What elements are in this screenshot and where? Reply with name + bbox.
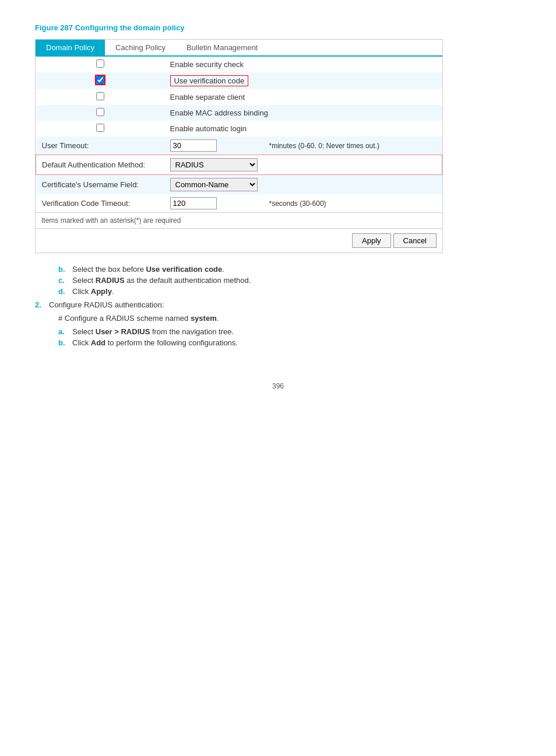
verification-timeout-input[interactable] [170, 197, 217, 209]
instruction-b1: b. Select the box before Use verificatio… [58, 265, 443, 274]
auth-method-row: Default Authentication Method: RADIUS Lo… [36, 155, 442, 175]
enable-separate-client-label: Enable separate client [164, 89, 442, 105]
enable-mac-binding-label: Enable MAC address binding [164, 105, 442, 121]
footer-note: Items marked with an asterisk(*) are req… [36, 212, 442, 228]
use-verification-code-label: Use verification code [164, 72, 442, 89]
user-timeout-row: User Timeout: *minutes (0-60. 0: Never t… [36, 136, 442, 155]
verification-timeout-row: Verification Code Timeout: *seconds (30-… [36, 194, 442, 212]
auth-method-value: RADIUS Local LDAP [164, 155, 263, 175]
tab-bar: Domain Policy Caching Policy Bulletin Ma… [36, 40, 442, 57]
tab-bulletin-management[interactable]: Bulletin Management [176, 40, 268, 55]
enable-mac-binding-checkbox[interactable] [96, 108, 104, 116]
instruction-note: # Configure a RADIUS scheme named system… [58, 313, 443, 325]
user-timeout-input[interactable] [170, 139, 217, 152]
cert-field-label: Certificate's Username Field: [36, 175, 164, 195]
step-letter-c1: c. [58, 276, 70, 285]
tab-domain-policy[interactable]: Domain Policy [36, 40, 105, 55]
tab-caching-policy[interactable]: Caching Policy [105, 40, 176, 55]
figure-title: Figure 287 Configuring the domain policy [35, 23, 521, 32]
table-row: Enable MAC address binding [36, 105, 442, 121]
verification-timeout-value [164, 194, 263, 212]
step-num-2: 2. [35, 300, 47, 309]
step-letter-b1: b. [58, 265, 70, 274]
enable-security-check-label: Enable security check [164, 57, 442, 72]
apply-button[interactable]: Apply [352, 233, 391, 248]
instructions: b. Select the box before Use verificatio… [35, 265, 443, 347]
config-panel: Domain Policy Caching Policy Bulletin Ma… [35, 39, 443, 253]
user-timeout-hint: *minutes (0-60. 0: Never times out.) [263, 136, 442, 155]
enable-auto-login-checkbox[interactable] [96, 124, 104, 132]
instruction-a2: a. Select User > RADIUS from the navigat… [58, 327, 443, 336]
form-table: Enable security check Use verification c… [36, 57, 442, 212]
button-row: Apply Cancel [36, 228, 442, 253]
step-letter-a2: a. [58, 327, 70, 336]
user-timeout-value [164, 136, 263, 155]
table-row: Use verification code [36, 72, 442, 89]
verification-timeout-label: Verification Code Timeout: [36, 194, 164, 212]
verification-timeout-hint: *seconds (30-600) [263, 194, 442, 212]
enable-security-check-checkbox[interactable] [96, 60, 104, 68]
instruction-b2: b. Click Add to perform the following co… [58, 338, 443, 347]
table-row: Enable security check [36, 57, 442, 72]
enable-separate-client-checkbox[interactable] [96, 92, 104, 100]
step-letter-d1: d. [58, 287, 70, 296]
cert-field-select[interactable]: Common-Name Subject-CN Subject-DN [170, 178, 258, 191]
table-row: Enable automatic login [36, 121, 442, 136]
enable-auto-login-label: Enable automatic login [164, 121, 442, 136]
user-timeout-label: User Timeout: [36, 136, 164, 155]
instruction-2: 2. Configure RADIUS authentication: [35, 300, 443, 309]
cert-field-value: Common-Name Subject-CN Subject-DN [164, 175, 263, 195]
cert-field-row: Certificate's Username Field: Common-Nam… [36, 175, 442, 195]
page-number: 396 [35, 382, 521, 390]
cancel-button[interactable]: Cancel [393, 233, 437, 248]
table-row: Enable separate client [36, 89, 442, 105]
instruction-c1: c. Select RADIUS as the default authenti… [58, 276, 443, 285]
auth-method-select[interactable]: RADIUS Local LDAP [170, 158, 258, 172]
auth-method-label: Default Authentication Method: [36, 155, 164, 175]
step-letter-b2: b. [58, 338, 70, 347]
instruction-d1: d. Click Apply. [58, 287, 443, 296]
use-verification-code-checkbox[interactable] [96, 76, 104, 84]
